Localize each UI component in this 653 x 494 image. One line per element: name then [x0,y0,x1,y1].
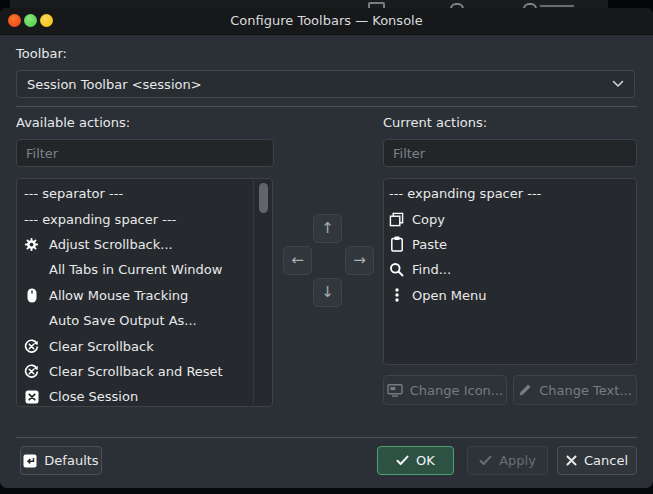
gear-icon [24,236,39,252]
scrollbar-track[interactable] [253,180,254,405]
separator-line [16,437,637,438]
list-item[interactable]: --- separator --- [17,181,272,206]
scrollbar-thumb[interactable] [259,183,268,213]
list-item[interactable]: --- expanding spacer --- [384,181,636,206]
chevron-down-icon [612,80,624,88]
list-item[interactable]: Clear Scrollback and Reset [17,359,272,384]
list-item[interactable]: Auto Save Output As... [17,308,272,333]
toolbar-label: Toolbar: [16,46,67,61]
apply-button[interactable]: Apply [467,446,548,475]
toolbar-select[interactable]: Session Toolbar <session> [16,70,635,98]
configure-toolbars-dialog: Configure Toolbars — Konsole Toolbar: Se… [0,8,653,488]
background-window-strip [0,0,653,8]
check-icon [479,455,492,466]
background-shadow [608,0,653,8]
available-filter-input[interactable] [16,139,274,167]
list-item[interactable]: Close Session [17,384,272,407]
reset-icon [23,454,37,468]
close-session-icon [24,389,39,405]
move-right-button[interactable]: → [345,246,374,275]
available-actions-list: --- separator --- --- expanding spacer -… [16,178,273,407]
current-filter-input[interactable] [383,139,637,167]
overflow-menu-icon [389,287,404,303]
list-item[interactable]: --- expanding spacer --- [17,206,272,231]
move-down-button[interactable]: ↓ [313,278,342,307]
toolbar-select-value: Session Toolbar <session> [27,77,202,92]
list-item[interactable]: Open Menu [384,283,636,308]
pencil-icon [518,383,532,397]
available-actions-label: Available actions: [16,115,130,130]
current-actions-list: --- expanding spacer --- Copy [383,178,637,365]
current-actions-label: Current actions: [383,115,487,130]
screen-icon [387,384,403,397]
list-item[interactable]: Find... [384,257,636,282]
titlebar[interactable]: Configure Toolbars — Konsole [0,8,653,35]
list-item[interactable]: Allow Mouse Tracking [17,283,272,308]
cancel-button[interactable]: Cancel [557,446,637,475]
window-title: Configure Toolbars — Konsole [0,8,653,34]
list-item[interactable]: Paste [384,232,636,257]
background-shadow [0,0,10,8]
list-item[interactable]: Clear Scrollback [17,333,272,358]
check-icon [396,455,409,466]
move-left-button[interactable]: ← [283,246,312,275]
defaults-button[interactable]: Defaults [20,446,102,475]
list-item[interactable]: Adjust Scrollback... [17,232,272,257]
screen: Configure Toolbars — Konsole Toolbar: Se… [0,0,653,494]
change-icon-button[interactable]: Change Icon... [383,375,507,405]
mouse-icon [24,287,39,303]
search-icon [389,262,404,278]
list-item[interactable]: All Tabs in Current Window [17,257,272,282]
change-text-button[interactable]: Change Text... [513,375,637,405]
copy-icon [389,211,404,227]
separator-line [16,106,637,107]
move-up-button[interactable]: ↑ [313,214,342,243]
close-icon [566,455,577,466]
list-item[interactable]: Copy [384,206,636,231]
paste-icon [389,236,404,252]
clear-history-icon [24,338,39,354]
ok-button[interactable]: OK [377,446,454,475]
clear-history-icon [24,363,39,379]
